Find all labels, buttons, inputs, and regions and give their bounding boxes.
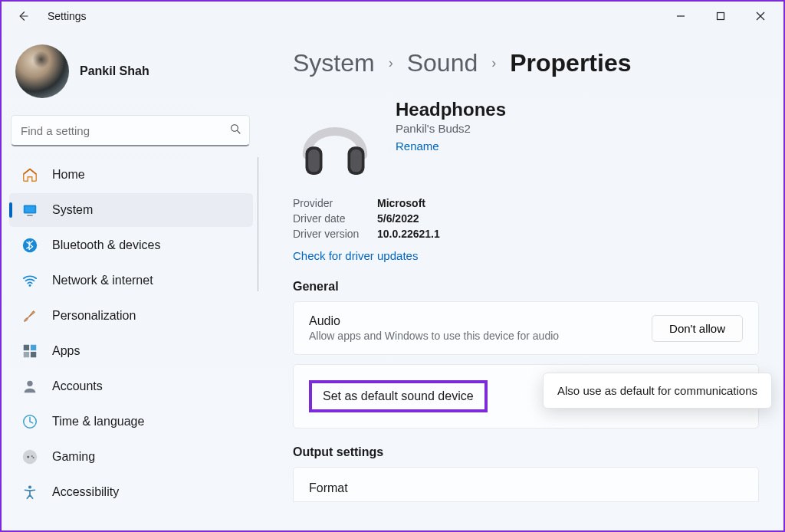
search-input[interactable]: [19, 123, 206, 138]
driver-info: ProviderMicrosoft Driver date5/6/2022 Dr…: [293, 197, 777, 243]
maximize-icon: [716, 11, 725, 21]
window-title: Settings: [48, 10, 87, 22]
sidebar-item-label: System: [52, 203, 93, 217]
svg-rect-9: [24, 352, 29, 357]
breadcrumb: System › Sound › Properties: [293, 49, 777, 77]
svg-point-11: [27, 381, 32, 386]
person-icon: [21, 378, 38, 395]
svg-rect-19: [308, 149, 320, 172]
default-device-card: Set as default sound device Also use as …: [293, 364, 759, 429]
format-label: Format: [309, 481, 348, 494]
svg-rect-4: [27, 215, 32, 215]
sidebar-item-system[interactable]: System: [9, 193, 253, 227]
driver-date-value: 5/6/2022: [377, 212, 419, 225]
sidebar-item-bluetooth[interactable]: Bluetooth & devices: [9, 228, 253, 262]
gaming-icon: [21, 448, 38, 465]
device-header: Headphones Pankil's Buds2 Rename: [293, 99, 777, 183]
paintbrush-icon: [21, 307, 38, 324]
sidebar-item-label: Home: [52, 168, 85, 182]
device-name: Headphones: [396, 99, 506, 120]
driver-date-label: Driver date: [293, 212, 377, 225]
svg-point-15: [33, 457, 34, 458]
format-card[interactable]: Format: [293, 467, 759, 502]
driver-version-label: Driver version: [293, 228, 377, 240]
audio-card: Audio Allow apps and Windows to use this…: [293, 301, 759, 355]
device-subtitle: Pankil's Buds2: [396, 122, 506, 135]
sidebar-item-label: Gaming: [52, 450, 95, 464]
sidebar-item-label: Accessibility: [52, 485, 119, 499]
check-driver-updates-link[interactable]: Check for driver updates: [293, 249, 418, 262]
audio-desc: Allow apps and Windows to use this devic…: [309, 330, 559, 342]
apps-icon: [21, 343, 38, 360]
search-box[interactable]: [11, 115, 250, 146]
svg-point-13: [23, 450, 37, 464]
svg-rect-20: [350, 149, 362, 172]
sidebar: Pankil Shah Home System: [2, 31, 259, 530]
svg-point-14: [31, 455, 33, 457]
chevron-right-icon: ›: [389, 55, 393, 71]
sidebar-item-time[interactable]: Time & language: [9, 405, 253, 438]
dont-allow-button[interactable]: Don't allow: [652, 315, 743, 342]
svg-rect-3: [25, 206, 35, 212]
set-default-dropdown[interactable]: Set as default sound device: [309, 380, 488, 412]
arrow-left-icon: [16, 9, 30, 23]
svg-rect-10: [31, 352, 36, 357]
breadcrumb-properties: Properties: [510, 49, 631, 77]
bluetooth-icon: [21, 237, 38, 254]
audio-title: Audio: [309, 314, 559, 328]
nav: Home System Bluetooth & devices Network …: [9, 157, 256, 510]
dropdown-option-communications[interactable]: Also use as default for communications: [543, 373, 772, 409]
rename-link[interactable]: Rename: [396, 140, 439, 153]
back-button[interactable]: [11, 4, 35, 28]
svg-rect-0: [718, 13, 724, 20]
titlebar: Settings: [2, 2, 783, 31]
headphones-icon: [293, 99, 377, 183]
sidebar-item-label: Personalization: [52, 309, 136, 323]
breadcrumb-sound[interactable]: Sound: [407, 49, 478, 77]
sidebar-item-label: Accounts: [52, 379, 103, 393]
scrollbar-indicator: [258, 157, 258, 291]
svg-point-1: [232, 125, 238, 132]
user-profile[interactable]: Pankil Shah: [9, 38, 256, 112]
home-icon: [21, 166, 38, 183]
driver-version-value: 10.0.22621.1: [377, 228, 440, 240]
accessibility-icon: [21, 484, 38, 501]
minimize-icon: [676, 11, 685, 21]
svg-rect-8: [31, 345, 36, 350]
sidebar-item-label: Network & internet: [52, 274, 153, 287]
svg-rect-7: [24, 345, 29, 350]
sidebar-item-gaming[interactable]: Gaming: [9, 440, 253, 474]
maximize-button[interactable]: [701, 2, 741, 31]
svg-point-5: [23, 238, 37, 252]
sidebar-item-accessibility[interactable]: Accessibility: [9, 475, 253, 509]
user-name: Pankil Shah: [80, 64, 149, 78]
sidebar-item-network[interactable]: Network & internet: [9, 264, 253, 297]
chevron-right-icon: ›: [491, 55, 496, 71]
sidebar-item-apps[interactable]: Apps: [9, 334, 253, 368]
sidebar-item-accounts[interactable]: Accounts: [9, 369, 253, 403]
provider-label: Provider: [293, 197, 377, 209]
system-icon: [21, 202, 38, 218]
sidebar-item-personalization[interactable]: Personalization: [9, 299, 253, 333]
close-icon: [756, 11, 765, 21]
general-header: General: [293, 280, 777, 294]
svg-point-16: [28, 486, 31, 489]
minimize-button[interactable]: [661, 2, 701, 31]
sidebar-item-label: Bluetooth & devices: [52, 238, 160, 252]
svg-point-6: [29, 284, 31, 287]
close-button[interactable]: [741, 2, 780, 31]
sidebar-item-home[interactable]: Home: [9, 158, 253, 192]
breadcrumb-system[interactable]: System: [293, 49, 375, 77]
search-icon: [229, 123, 241, 138]
output-settings-header: Output settings: [293, 445, 777, 459]
avatar: [15, 44, 69, 98]
provider-value: Microsoft: [377, 197, 425, 209]
main-content: System › Sound › Properties H: [259, 31, 783, 530]
sidebar-item-label: Apps: [52, 344, 80, 358]
sidebar-item-label: Time & language: [52, 415, 144, 429]
wifi-icon: [21, 272, 38, 289]
clock-globe-icon: [21, 413, 38, 430]
